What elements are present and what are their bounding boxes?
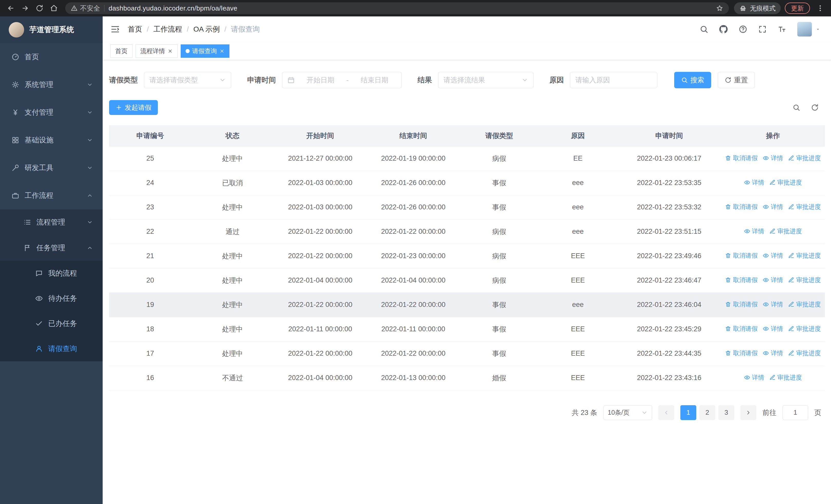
action-label: 取消请假 xyxy=(733,349,757,357)
browser-home-icon[interactable] xyxy=(48,2,60,14)
action-detail-link[interactable]: 详情 xyxy=(763,300,783,308)
create-leave-button[interactable]: 发起请假 xyxy=(109,100,158,115)
page-button-1[interactable]: 1 xyxy=(680,405,696,420)
help-icon[interactable] xyxy=(739,25,747,34)
action-progress-link[interactable]: 审批进度 xyxy=(788,300,821,308)
action-cancel-link[interactable]: 取消请假 xyxy=(725,251,757,260)
browser-back-icon[interactable] xyxy=(5,2,17,14)
action-detail-link[interactable]: 详情 xyxy=(744,178,764,186)
table-cell: eee xyxy=(539,171,617,195)
search-button[interactable]: 搜索 xyxy=(674,72,711,88)
sidebar-item-leave-query[interactable]: 请假查询 xyxy=(0,336,103,361)
sidebar-item-payment-management[interactable]: 支付管理 xyxy=(0,98,103,126)
page-button-2[interactable]: 2 xyxy=(699,405,715,420)
app-title: 芋道管理系统 xyxy=(29,25,74,35)
table-cell: 25 xyxy=(109,146,192,171)
security-label: 不安全 xyxy=(80,4,100,13)
sidebar-item-process-management[interactable]: 流程管理 xyxy=(0,209,103,235)
browser-forward-icon[interactable] xyxy=(19,2,31,14)
security-warning[interactable]: 不安全 xyxy=(71,4,100,13)
actions-cell: 取消请假详情审批进度 xyxy=(721,293,825,317)
action-detail-link[interactable]: 详情 xyxy=(763,154,783,162)
breadcrumb-item[interactable]: 工作流程 xyxy=(153,24,182,34)
action-detail-link[interactable]: 详情 xyxy=(744,374,764,382)
action-detail-link[interactable]: 详情 xyxy=(744,227,764,235)
tab-process-detail[interactable]: 流程详情 xyxy=(136,45,178,58)
action-progress-link[interactable]: 审批进度 xyxy=(788,251,821,260)
breadcrumb-item[interactable]: 首页 xyxy=(128,24,142,34)
prev-page-button[interactable] xyxy=(658,405,674,420)
apply-time-range-picker[interactable]: 开始日期 - 结束日期 xyxy=(282,72,402,88)
sidebar-item-home[interactable]: 首页 xyxy=(0,43,103,71)
close-icon[interactable] xyxy=(220,49,225,54)
sidebar-toggle-icon[interactable] xyxy=(110,24,120,34)
action-cancel-link[interactable]: 取消请假 xyxy=(725,325,757,333)
page-button-3[interactable]: 3 xyxy=(718,405,734,420)
action-progress-link[interactable]: 审批进度 xyxy=(769,227,802,235)
bookmark-star-icon[interactable] xyxy=(716,5,723,12)
breadcrumb-item[interactable]: OA 示例 xyxy=(194,24,220,34)
action-progress-link[interactable]: 审批进度 xyxy=(788,276,821,284)
fullscreen-icon[interactable] xyxy=(758,25,767,34)
action-label: 详情 xyxy=(771,349,783,357)
action-detail-link[interactable]: 详情 xyxy=(763,251,783,260)
action-progress-link[interactable]: 审批进度 xyxy=(788,325,821,333)
action-detail-link[interactable]: 详情 xyxy=(763,325,783,333)
action-progress-link[interactable]: 审批进度 xyxy=(788,154,821,162)
browser-menu-icon[interactable] xyxy=(814,2,826,14)
sidebar-item-done-tasks[interactable]: 已办任务 xyxy=(0,311,103,336)
reason-input[interactable] xyxy=(575,76,652,84)
action-progress-link[interactable]: 审批进度 xyxy=(788,203,821,211)
action-cancel-link[interactable]: 取消请假 xyxy=(725,203,757,211)
sidebar-item-my-process[interactable]: 我的流程 xyxy=(0,261,103,286)
action-cancel-link[interactable]: 取消请假 xyxy=(725,300,757,308)
header-search-icon[interactable] xyxy=(699,25,708,34)
action-label: 审批进度 xyxy=(796,251,821,260)
reset-button[interactable]: 重置 xyxy=(718,72,755,88)
table-cell: 2022-01-03 00:00:00 xyxy=(274,195,367,219)
action-cancel-link[interactable]: 取消请假 xyxy=(725,276,757,284)
action-cancel-link[interactable]: 取消请假 xyxy=(725,349,757,357)
action-progress-link[interactable]: 审批进度 xyxy=(788,349,821,357)
screen: 不安全 dashboard.yudao.iocoder.cn/bpm/oa/le… xyxy=(0,0,831,504)
app-logo[interactable]: 芋道管理系统 xyxy=(0,17,103,43)
action-progress-link[interactable]: 审批进度 xyxy=(769,374,802,382)
font-size-icon[interactable] xyxy=(778,25,786,34)
tab-home[interactable]: 首页 xyxy=(110,45,133,58)
refresh-table-icon[interactable] xyxy=(811,104,819,111)
sidebar-item-system-management[interactable]: 系统管理 xyxy=(0,71,103,98)
update-button[interactable]: 更新 xyxy=(785,3,810,14)
action-detail-link[interactable]: 详情 xyxy=(763,276,783,284)
address-bar[interactable]: 不安全 dashboard.yudao.iocoder.cn/bpm/oa/le… xyxy=(65,2,729,14)
trash-icon xyxy=(725,326,731,332)
close-icon[interactable] xyxy=(168,49,173,54)
toggle-search-icon[interactable] xyxy=(793,104,800,111)
sidebar-item-dev-tools[interactable]: 研发工具 xyxy=(0,154,103,182)
next-page-button[interactable] xyxy=(740,405,756,420)
goto-label: 前往 xyxy=(763,408,776,417)
tab-label: 请假查询 xyxy=(192,47,217,55)
sidebar-item-todo-tasks[interactable]: 待办任务 xyxy=(0,286,103,311)
action-detail-link[interactable]: 详情 xyxy=(763,349,783,357)
edit-icon xyxy=(788,326,794,332)
navbar-actions xyxy=(699,22,821,37)
table-cell: 2022-01-23 00:00:00 xyxy=(367,244,460,268)
search-icon xyxy=(681,77,688,83)
browser-reload-icon[interactable] xyxy=(33,2,46,14)
sidebar-item-task-management[interactable]: 任务管理 xyxy=(0,235,103,261)
total-count: 共 23 条 xyxy=(572,408,597,417)
action-detail-link[interactable]: 详情 xyxy=(763,203,783,211)
goto-page-input[interactable] xyxy=(782,405,808,420)
page-size-select[interactable]: 10条/页 xyxy=(603,405,652,420)
sidebar-item-workflow[interactable]: 工作流程 xyxy=(0,182,103,209)
user-menu[interactable] xyxy=(797,22,821,37)
sidebar-item-infrastructure[interactable]: 基础设施 xyxy=(0,126,103,154)
result-select[interactable]: 请选择流结果 xyxy=(438,72,534,88)
tab-leave-query[interactable]: 请假查询 xyxy=(181,45,229,58)
breadcrumb-separator: / xyxy=(224,25,226,33)
table-row: 19处理中2022-01-22 00:00:002022-01-22 00:00… xyxy=(109,293,825,317)
github-icon[interactable] xyxy=(719,25,728,34)
action-cancel-link[interactable]: 取消请假 xyxy=(725,154,757,162)
action-progress-link[interactable]: 审批进度 xyxy=(769,178,802,186)
leave-type-select[interactable]: 请选择请假类型 xyxy=(144,72,231,88)
